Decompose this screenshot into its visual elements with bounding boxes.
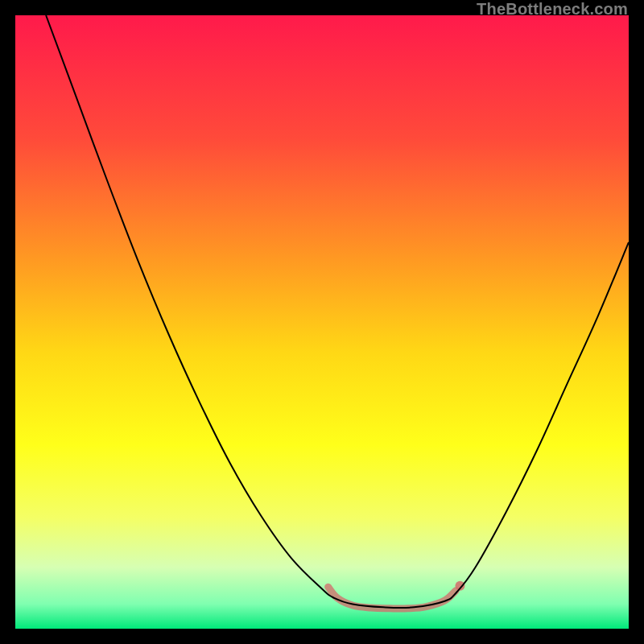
chart-frame xyxy=(15,15,629,629)
bottleneck-chart xyxy=(15,15,629,629)
chart-background xyxy=(15,15,629,629)
watermark-label: TheBottleneck.com xyxy=(477,0,628,19)
